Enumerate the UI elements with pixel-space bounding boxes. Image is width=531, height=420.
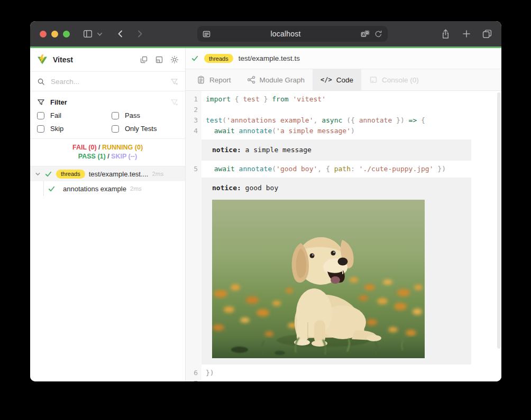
test-tree: threadstest/example.test....2ms annotati… bbox=[30, 166, 185, 381]
tab-bar: Report Module Graph</>Code Console (0) bbox=[186, 69, 501, 91]
checkbox-label: Fail bbox=[50, 111, 61, 119]
code-line: 7 bbox=[186, 378, 501, 381]
traffic-lights bbox=[40, 31, 70, 38]
tab-overview-icon[interactable] bbox=[482, 29, 492, 39]
chevron-down-icon[interactable] bbox=[97, 31, 103, 37]
search-bar[interactable]: Search... bbox=[30, 72, 185, 91]
test-name: annotations example bbox=[63, 185, 126, 193]
code-text: await annotate('a simple message') bbox=[202, 126, 355, 136]
zoom-window-button[interactable] bbox=[63, 31, 70, 38]
filter-checkbox-only-tests[interactable]: Only Tests bbox=[112, 125, 178, 133]
check-icon bbox=[191, 54, 199, 62]
code-text: }) bbox=[202, 368, 214, 378]
stat-skip: SKIP (--) bbox=[111, 153, 137, 160]
checkbox-label: Skip bbox=[50, 125, 63, 133]
clear-filter-icon[interactable] bbox=[170, 98, 178, 106]
tab-label: Console (0) bbox=[382, 76, 419, 84]
windows-icon[interactable] bbox=[140, 55, 148, 64]
stats-line-1: FAIL (0) / RUNNING (0) bbox=[32, 143, 183, 152]
line-number: 6 bbox=[186, 368, 202, 378]
code-text bbox=[202, 105, 206, 115]
puppy-image bbox=[212, 200, 425, 358]
filter-icon bbox=[37, 98, 45, 106]
stat-running: RUNNING (0) bbox=[102, 144, 143, 151]
code-line: 4 await annotate('a simple message') bbox=[186, 126, 501, 136]
checkbox-icon[interactable] bbox=[112, 112, 119, 119]
tab-console: Console (0) bbox=[361, 69, 427, 90]
notice-label: notice: bbox=[212, 146, 241, 154]
indent-guide bbox=[43, 181, 44, 196]
browser-toolbar: localhost A bbox=[30, 21, 501, 46]
checkbox-label: Pass bbox=[125, 111, 140, 119]
forward-icon[interactable] bbox=[135, 30, 144, 38]
new-tab-icon[interactable] bbox=[462, 30, 471, 38]
address-bar[interactable]: localhost A bbox=[197, 26, 388, 42]
file-header: threads test/example.test.ts bbox=[186, 48, 501, 69]
filter-title: Filter bbox=[50, 98, 170, 106]
app-title: Vitest bbox=[53, 55, 73, 64]
sidebar-toggle-icon[interactable] bbox=[83, 29, 93, 39]
report-icon bbox=[197, 76, 205, 84]
filter-section: Filter FailPassSkipOnly Tests bbox=[30, 91, 185, 139]
share-icon[interactable] bbox=[441, 29, 450, 39]
scrollbar-thumb[interactable] bbox=[497, 92, 501, 349]
pool-badge: threads bbox=[56, 170, 85, 179]
code-viewer: 1import { test } from 'vitest'23test('an… bbox=[186, 91, 501, 381]
minimize-window-button[interactable] bbox=[51, 31, 58, 38]
reload-icon[interactable] bbox=[374, 30, 382, 38]
stats-line-2: PASS (1) / SKIP (--) bbox=[32, 152, 183, 161]
notice-label: notice: bbox=[212, 184, 241, 192]
search-icon bbox=[37, 78, 45, 86]
check-icon bbox=[44, 170, 52, 178]
checkbox-icon[interactable] bbox=[37, 112, 44, 119]
filter-options: FailPassSkipOnly Tests bbox=[37, 111, 178, 133]
code-line: 2 bbox=[186, 105, 501, 115]
filter-checkbox-pass[interactable]: Pass bbox=[112, 111, 178, 119]
checkbox-icon[interactable] bbox=[37, 125, 44, 133]
line-number: 5 bbox=[186, 164, 202, 174]
tree-row-file[interactable]: threadstest/example.test....2ms bbox=[30, 166, 185, 181]
filter-checkbox-fail[interactable]: Fail bbox=[37, 111, 112, 119]
main-panel: threads test/example.test.ts Report Modu… bbox=[186, 48, 501, 381]
theme-icon[interactable] bbox=[170, 55, 179, 64]
url-text[interactable]: localhost bbox=[210, 30, 361, 38]
tab-label: Report bbox=[209, 76, 231, 84]
graph-icon bbox=[247, 76, 255, 84]
clear-filter-icon[interactable] bbox=[170, 78, 178, 86]
stat-pass: PASS (1) bbox=[78, 153, 106, 160]
reader-icon[interactable] bbox=[203, 30, 210, 38]
code-icon: </> bbox=[321, 76, 332, 83]
tree-row-case[interactable]: annotations example2ms bbox=[30, 181, 185, 196]
translate-icon[interactable]: A bbox=[361, 30, 370, 38]
code-text: test('annotations example', async ({ ann… bbox=[202, 115, 425, 126]
search-placeholder[interactable]: Search... bbox=[51, 78, 170, 86]
code-line: 1import { test } from 'vitest' bbox=[186, 94, 501, 105]
tab-code[interactable]: </>Code bbox=[313, 69, 361, 90]
code-line: 6}) bbox=[186, 368, 501, 378]
notice-message: good boy bbox=[241, 184, 278, 192]
line-number: 1 bbox=[186, 94, 202, 105]
back-icon[interactable] bbox=[116, 30, 125, 38]
file-name: test/example.test.ts bbox=[239, 54, 300, 62]
close-window-button[interactable] bbox=[40, 31, 47, 38]
tab-report[interactable]: Report bbox=[189, 69, 239, 90]
annotation-notice: notice: good boy bbox=[202, 178, 471, 365]
filter-checkbox-skip[interactable]: Skip bbox=[37, 125, 112, 133]
test-duration: 2ms bbox=[152, 171, 163, 177]
line-number: 7 bbox=[186, 378, 202, 381]
checkbox-icon[interactable] bbox=[112, 125, 119, 133]
checkbox-label: Only Tests bbox=[125, 125, 157, 133]
dashboard-icon[interactable] bbox=[155, 55, 163, 64]
notice-message: a simple message bbox=[241, 146, 312, 154]
browser-window: localhost A Vitest bbox=[30, 21, 501, 381]
code-text: await annotate('good boy', { path: './cu… bbox=[202, 164, 446, 174]
test-duration: 2ms bbox=[130, 185, 142, 192]
test-stats: FAIL (0) / RUNNING (0) PASS (1) / SKIP (… bbox=[30, 139, 185, 166]
code-text bbox=[202, 378, 206, 381]
test-name: test/example.test.... bbox=[89, 170, 149, 178]
line-number: 2 bbox=[186, 105, 202, 115]
tab-graph[interactable]: Module Graph bbox=[239, 69, 313, 90]
code-line: 3test('annotations example', async ({ an… bbox=[186, 115, 501, 126]
console-icon bbox=[369, 76, 378, 84]
chevron-down-icon[interactable] bbox=[34, 171, 41, 178]
